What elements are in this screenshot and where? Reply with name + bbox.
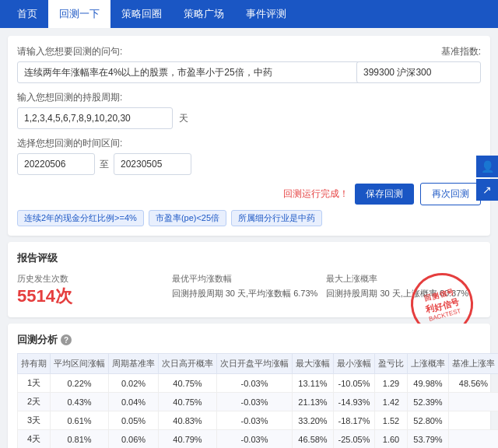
table-cell: 40.79% xyxy=(159,430,217,449)
report-title: 报告评级 xyxy=(17,251,481,265)
table-row: 3天0.61%0.05%40.83%-0.03%33.20%-18.17%1.5… xyxy=(18,411,499,430)
save-button[interactable]: 保存回测 xyxy=(355,184,414,205)
col-profit-ratio: 盈亏比 xyxy=(375,354,408,374)
table-cell: -10.05% xyxy=(334,374,375,393)
report-card: 报告评级 历史发生次数 5514次 最优平均涨数幅 回测持股周期 30 天,平均… xyxy=(8,242,490,317)
tag-2: 所属细分行业是中药 xyxy=(231,210,322,226)
table-cell: 0.05% xyxy=(109,411,159,430)
best-detail: 回测持股周期 30 天,平均涨数幅 6.73% xyxy=(172,288,327,299)
period-row: 输入您想回测的持股周期: 天 xyxy=(17,91,481,129)
col-base-rise: 基准上涨率 xyxy=(449,354,499,374)
nav-strategy-plaza[interactable]: 策略广场 xyxy=(173,0,235,28)
col-min-rise: 最小涨幅 xyxy=(334,354,375,374)
hist-value: 5514次 xyxy=(17,285,172,308)
baseline-area: 基准指数: xyxy=(356,45,481,83)
table-cell: 49.98% xyxy=(408,374,449,393)
navigation: 首页 回测一下 策略回圈 策略广场 事件评测 xyxy=(0,0,498,28)
baseline-input[interactable] xyxy=(356,61,481,83)
analysis-title: 回测分析 ? xyxy=(17,333,481,347)
table-cell: 40.75% xyxy=(159,393,217,411)
table-cell: 0.04% xyxy=(109,393,159,411)
table-cell: -0.03% xyxy=(217,393,293,411)
report-stats: 历史发生次数 5514次 最优平均涨数幅 回测持股周期 30 天,平均涨数幅 6… xyxy=(17,273,481,308)
table-cell: 13.11% xyxy=(293,374,334,393)
help-icon[interactable]: ? xyxy=(61,334,72,345)
table-row: 2天0.43%0.04%40.75%-0.03%21.13%-14.93%1.4… xyxy=(18,393,499,411)
table-cell: 21.13% xyxy=(293,393,334,411)
col-next-open-avg: 次日开盘平均涨幅 xyxy=(217,354,293,374)
table-cell: 1.42 xyxy=(375,393,408,411)
table-header: 持有期 平均区间涨幅 周期基准率 次日高开概率 次日开盘平均涨幅 最大涨幅 最小… xyxy=(18,354,499,374)
analysis-card: 回测分析 ? 持有期 平均区间涨幅 周期基准率 次日高开概率 次日开盘平均涨幅 … xyxy=(8,324,490,448)
date-row: 至 xyxy=(17,153,481,175)
sidebar-user-icon[interactable]: 👤 xyxy=(476,156,498,177)
table-cell xyxy=(449,411,499,430)
table-cell: 1.60 xyxy=(375,430,408,449)
query-input[interactable] xyxy=(17,61,375,83)
table-cell xyxy=(449,430,499,449)
period-input-row: 天 xyxy=(17,107,481,129)
table-row: 1天0.22%0.02%40.75%-0.03%13.11%-10.05%1.2… xyxy=(18,374,499,393)
table-cell: -0.03% xyxy=(217,374,293,393)
table-cell: 48.56% xyxy=(449,374,499,393)
time-label: 选择您想回测的时间区间: xyxy=(17,137,481,150)
nav-backtest[interactable]: 回测一下 xyxy=(48,0,110,28)
nav-event-eval[interactable]: 事件评测 xyxy=(235,0,297,28)
run-status: 回测运行完成！ xyxy=(283,187,349,201)
period-label: 输入您想回测的持股周期: xyxy=(17,91,481,104)
table-cell: 0.61% xyxy=(51,411,109,430)
tag-0: 连续2年的现金分红比例>=4% xyxy=(17,210,144,226)
table-cell: -18.17% xyxy=(334,411,375,430)
sidebar-icons: 👤 ↗ xyxy=(476,156,498,201)
period-input[interactable] xyxy=(17,107,173,129)
table-cell: 0.43% xyxy=(51,393,109,411)
table-cell: -25.05% xyxy=(334,430,375,449)
col-period-base: 周期基准率 xyxy=(109,354,159,374)
table-cell: 3天 xyxy=(18,411,51,430)
best-block: 最优平均涨数幅 回测持股周期 30 天,平均涨数幅 6.73% xyxy=(172,273,327,308)
col-period: 持有期 xyxy=(18,354,51,374)
table-cell: 52.39% xyxy=(408,393,449,411)
table-cell: 0.22% xyxy=(51,374,109,393)
table-cell: 0.06% xyxy=(109,430,159,449)
col-next-high-open: 次日高开概率 xyxy=(159,354,217,374)
table-cell xyxy=(449,393,499,411)
table-cell: 53.79% xyxy=(408,430,449,449)
header-row: 持有期 平均区间涨幅 周期基准率 次日高开概率 次日开盘平均涨幅 最大涨幅 最小… xyxy=(18,354,499,374)
tags-row: 连续2年的现金分红比例>=4% 市盈率(pe)<25倍 所属细分行业是中药 xyxy=(17,210,481,226)
col-avg-range: 平均区间涨幅 xyxy=(51,354,109,374)
table-body: 1天0.22%0.02%40.75%-0.03%13.11%-10.05%1.2… xyxy=(18,374,499,449)
table-cell: -0.03% xyxy=(217,411,293,430)
nav-home[interactable]: 首页 xyxy=(6,0,48,28)
table-cell: 0.81% xyxy=(51,430,109,449)
rerun-button[interactable]: 再次回测 xyxy=(420,183,481,205)
nav-strategy-loop[interactable]: 策略回圈 xyxy=(110,0,173,28)
time-range-row: 选择您想回测的时间区间: 至 xyxy=(17,137,481,175)
tag-1: 市盈率(pe)<25倍 xyxy=(149,210,226,226)
date-end-input[interactable] xyxy=(114,153,191,175)
date-start-input[interactable] xyxy=(17,153,95,175)
hist-label: 历史发生次数 xyxy=(17,273,172,285)
col-max-rise: 最大涨幅 xyxy=(293,354,334,374)
sidebar-share-icon[interactable]: ↗ xyxy=(476,179,498,201)
baseline-label: 基准指数: xyxy=(441,45,481,58)
table-cell: 0.02% xyxy=(109,374,159,393)
table-row: 4天0.81%0.06%40.79%-0.03%46.58%-25.05%1.6… xyxy=(18,430,499,449)
analysis-table: 持有期 平均区间涨幅 周期基准率 次日高开概率 次日开盘平均涨幅 最大涨幅 最小… xyxy=(17,353,498,448)
table-cell: 40.75% xyxy=(159,374,217,393)
table-cell: -0.03% xyxy=(217,430,293,449)
table-cell: 46.58% xyxy=(293,430,334,449)
table-cell: 1天 xyxy=(18,374,51,393)
table-cell: 1.29 xyxy=(375,374,408,393)
table-cell: 52.80% xyxy=(408,411,449,430)
main-content: 基准指数: 请输入您想要回测的问句: ✕ 输入您想回测的持股周期: 天 选择您想… xyxy=(0,28,498,448)
hist-block: 历史发生次数 5514次 xyxy=(17,273,172,308)
best-label: 最优平均涨数幅 xyxy=(172,273,327,285)
col-rise-prob: 上涨概率 xyxy=(408,354,449,374)
period-unit: 天 xyxy=(179,112,188,125)
table-cell: 40.83% xyxy=(159,411,217,430)
run-area: 回测运行完成！ 保存回测 再次回测 xyxy=(17,183,481,205)
date-separator: 至 xyxy=(100,158,109,171)
query-card: 基准指数: 请输入您想要回测的问句: ✕ 输入您想回测的持股周期: 天 选择您想… xyxy=(8,36,490,236)
table-cell: 1.52 xyxy=(375,411,408,430)
